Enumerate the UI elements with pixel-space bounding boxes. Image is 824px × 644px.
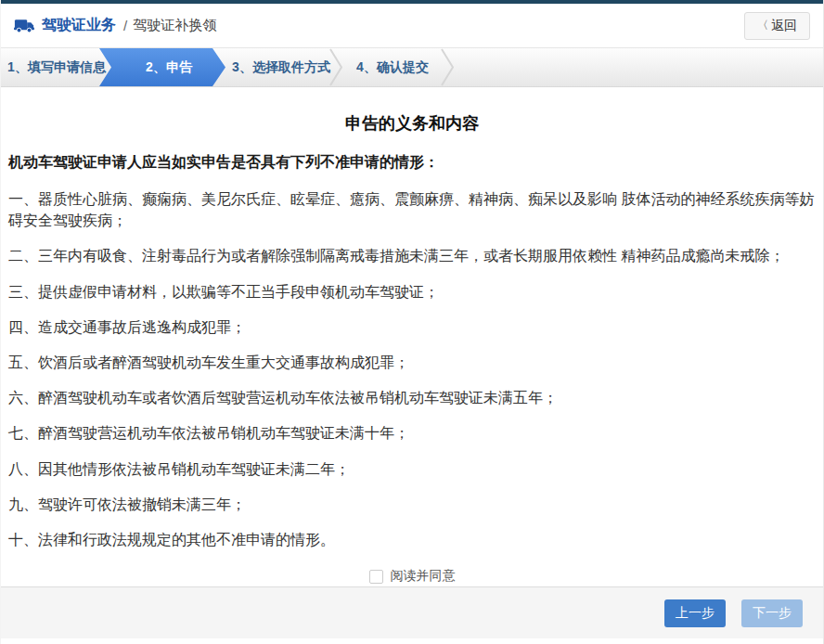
declaration-item: 八、因其他情形依法被吊销机动车驾驶证未满二年； [8, 458, 816, 480]
chevron-right-icon [441, 48, 454, 86]
declaration-item: 十、法律和行政法规规定的其他不准申请的情形。 [8, 529, 816, 550]
declaration-item: 二、三年内有吸食、注射毒品行为或者解除强制隔离戒毒措施未满三年，或者长期服用依赖… [8, 245, 816, 266]
step-tab[interactable]: 3、选择取件方式 [225, 48, 337, 86]
declaration-intro: 机动车驾驶证申请人应当如实申告是否具有下列不准申请的情形： [8, 153, 816, 173]
declaration-item: 三、提供虚假申请材料，以欺骗等不正当手段申领机动车驾驶证； [8, 281, 816, 303]
declaration-items: 一、器质性心脏病、癫痫病、美尼尔氏症、眩晕症、癔病、震颤麻痹、精神病、痴呆以及影… [8, 188, 816, 564]
step-tab-label: 2、申告 [146, 59, 192, 76]
step-tab[interactable]: 1、填写申请信息 [1, 48, 112, 86]
back-button-label: 返回 [771, 18, 797, 34]
step-tab[interactable]: 4、确认提交 [337, 48, 448, 86]
declaration-item: 六、醉酒驾驶机动车或者饮酒后驾驶营运机动车依法被吊销机动车驾驶证未满五年； [8, 387, 816, 408]
step-tab[interactable]: 2、申告 [99, 48, 225, 86]
page-title: 申告的义务和内容 [8, 112, 816, 135]
agree-label[interactable]: 阅读并同意 [391, 568, 456, 585]
truck-icon [14, 19, 34, 33]
chevron-left-icon: 〈 [757, 18, 768, 33]
agree-row: 阅读并同意 [8, 564, 816, 586]
step-tab-label: 3、选择取件方式 [232, 59, 330, 76]
declaration-content: 申告的义务和内容 机动车驾驶证申请人应当如实申告是否具有下列不准申请的情形： 一… [1, 87, 823, 586]
breadcrumb-separator: / [123, 18, 127, 33]
step-tab-label: 1、填写申请信息 [7, 59, 106, 76]
section-title: 驾驶证业务 [42, 16, 116, 35]
page: 驾驶证业务 / 驾驶证补换领 〈 返回 1、填写申请信息 2、申告 [0, 0, 824, 644]
breadcrumb-current: 驾驶证补换领 [133, 17, 216, 34]
back-button[interactable]: 〈 返回 [744, 12, 810, 40]
declaration-item: 一、器质性心脏病、癫痫病、美尼尔氏症、眩晕症、癔病、震颤麻痹、精神病、痴呆以及影… [8, 188, 816, 231]
header: 驾驶证业务 / 驾驶证补换领 〈 返回 [1, 4, 823, 48]
declaration-item: 七、醉酒驾驶营运机动车依法被吊销机动车驾驶证未满十年； [8, 422, 816, 444]
previous-step-button[interactable]: 上一步 [664, 599, 726, 627]
declaration-item: 五、饮酒后或者醉酒驾驶机动车发生重大交通事故构成犯罪； [8, 352, 816, 373]
breadcrumb-section[interactable]: 驾驶证业务 [14, 16, 116, 35]
step-tab-label: 4、确认提交 [356, 59, 429, 76]
step-tabs: 1、填写申请信息 2、申告 3、选择取件方式 4、确认提交 [1, 48, 823, 87]
declaration-item: 九、驾驶许可依法被撤销未满三年； [8, 494, 816, 515]
chevron-right-icon [329, 48, 342, 86]
agree-checkbox[interactable] [369, 570, 383, 584]
footer-bar: 上一步 下一步 [1, 586, 823, 638]
next-step-button[interactable]: 下一步 [741, 599, 803, 627]
declaration-item: 四、造成交通事故后逃逸构成犯罪； [8, 316, 816, 338]
